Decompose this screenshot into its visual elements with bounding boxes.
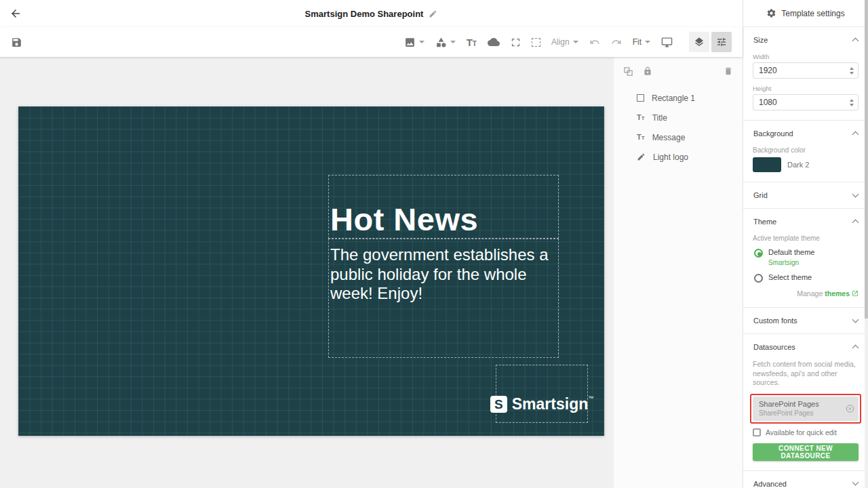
save-button[interactable] <box>11 37 22 48</box>
layers-toolbar <box>623 62 733 80</box>
chevron-down-icon <box>852 479 859 486</box>
editor-region: Smartsign Demo Sharepoint <box>0 0 743 488</box>
message-line: public holiday for the whole <box>330 265 558 285</box>
settings-panel-title: Template settings <box>781 9 844 18</box>
fit-label: Fit <box>633 37 642 47</box>
section-label: Datasources <box>753 343 795 351</box>
stepper-up-icon <box>850 67 854 70</box>
datasource-chip-sharepoint[interactable]: SharePoint Pages SharePoint Pages <box>753 396 859 421</box>
section-custom-fonts-header[interactable]: Custom fonts <box>743 308 868 333</box>
quick-edit-checkbox-row[interactable]: Available for quick edit <box>753 428 859 436</box>
stepper-down-icon <box>850 72 854 75</box>
width-field <box>753 62 859 79</box>
active-theme-label: Active template theme <box>753 235 859 242</box>
image-icon <box>404 37 416 48</box>
height-label: Height <box>753 85 859 92</box>
section-label: Theme <box>753 218 776 226</box>
background-color-row: Dark 2 <box>753 157 859 172</box>
width-stepper[interactable] <box>850 67 854 75</box>
titlebar: Smartsign Demo Sharepoint <box>0 0 743 27</box>
layer-item-message[interactable]: TT Message <box>614 127 743 147</box>
section-grid-header[interactable]: Grid <box>743 182 868 208</box>
settings-panel-toggle[interactable] <box>711 32 732 52</box>
dashed-frame-button[interactable] <box>532 38 540 47</box>
chevron-up-icon <box>852 220 859 226</box>
zoom-fit-dropdown[interactable]: Fit <box>633 37 650 47</box>
layer-item-rectangle[interactable]: Rectangle 1 <box>614 88 743 108</box>
theme-option-label: Default theme <box>768 248 814 257</box>
document-title: Smartsign Demo Sharepoint <box>305 9 438 19</box>
pencil-layer-icon <box>637 152 646 161</box>
theme-option-select[interactable]: Select theme <box>753 273 859 283</box>
canvas-message-text: The government establishes a public holi… <box>330 245 558 304</box>
quick-edit-label: Available for quick edit <box>766 428 837 436</box>
message-text-box[interactable]: The government establishes a public holi… <box>328 239 559 358</box>
toolbar-center-group: TT Align <box>404 36 673 48</box>
radio-unselected-icon <box>754 274 763 283</box>
stepper-down-icon <box>850 104 854 106</box>
insert-media-button[interactable] <box>488 36 500 48</box>
connect-new-datasource-button[interactable]: CONNECT NEW DATASOURCE <box>753 443 859 461</box>
insert-image-button[interactable] <box>404 37 425 48</box>
settings-panel-header: Template settings <box>743 0 868 27</box>
toolbar: TT Align <box>0 27 743 57</box>
gear-icon <box>766 8 776 18</box>
chevron-up-icon <box>852 131 859 138</box>
section-label: Custom fonts <box>753 317 797 325</box>
settings-scrollbar[interactable] <box>865 0 868 488</box>
layers-icon <box>694 37 705 47</box>
redo-button[interactable] <box>611 37 622 47</box>
lock-object-button[interactable] <box>643 66 652 76</box>
template-settings-panel: Template settings Size Width Height Back… <box>743 0 868 488</box>
chevron-down-icon <box>450 41 456 43</box>
chevron-down-icon <box>573 41 578 43</box>
theme-option-default[interactable]: Default theme Smartsign <box>753 248 859 266</box>
insert-text-button[interactable]: TT <box>467 37 477 47</box>
align-dropdown[interactable]: Align <box>551 37 578 47</box>
edit-title-icon[interactable] <box>429 9 437 18</box>
section-background-header[interactable]: Background <box>743 121 868 146</box>
monitor-icon <box>661 37 673 48</box>
layer-item-title[interactable]: TT Title <box>614 108 743 127</box>
shapes-icon <box>435 37 447 48</box>
logo-box[interactable]: S Smartsign™ <box>496 365 588 423</box>
section-theme-header[interactable]: Theme <box>743 209 868 235</box>
height-stepper[interactable] <box>850 99 854 106</box>
width-input[interactable] <box>759 66 850 75</box>
section-size-header[interactable]: Size <box>743 27 868 53</box>
scrollbar-thumb[interactable] <box>865 0 868 319</box>
layer-label: Rectangle 1 <box>652 94 695 103</box>
preview-button[interactable] <box>661 37 673 48</box>
color-swatch[interactable] <box>753 157 781 172</box>
remove-datasource-icon[interactable] <box>846 404 854 413</box>
color-name: Dark 2 <box>787 161 809 169</box>
undo-button[interactable] <box>589 37 600 47</box>
text-layer-icon: TT <box>637 134 645 141</box>
section-advanced-header[interactable]: Advanced <box>743 471 868 488</box>
layers-panel-toggle[interactable] <box>689 32 709 52</box>
section-datasources-header[interactable]: Datasources <box>743 334 868 360</box>
panel-toggles <box>689 32 732 52</box>
save-icon <box>11 37 22 48</box>
group-objects-button[interactable] <box>623 66 633 77</box>
tune-sliders-icon <box>716 37 727 47</box>
text-layer-icon: TT <box>637 114 645 121</box>
manage-prefix: Manage <box>797 289 823 298</box>
workspace: Hot News The government establishes a pu… <box>0 57 743 488</box>
chevron-down-icon <box>419 41 425 43</box>
back-button[interactable] <box>9 7 22 20</box>
design-canvas[interactable]: Hot News The government establishes a pu… <box>18 106 604 436</box>
title-text-box[interactable]: Hot News <box>328 175 559 239</box>
frame-button[interactable] <box>511 37 521 47</box>
theme-option-label: Select theme <box>768 273 812 283</box>
lock-icon <box>643 66 652 76</box>
manage-themes-link[interactable]: themes <box>825 289 859 298</box>
layer-item-light-logo[interactable]: Light logo <box>614 147 743 167</box>
text-icon: TT <box>467 37 477 47</box>
arrow-back-icon <box>9 7 22 20</box>
datasources-description: Fetch content from social media, newsfee… <box>753 360 859 388</box>
message-line: The government establishes a <box>330 245 558 265</box>
delete-object-button[interactable] <box>724 66 733 76</box>
height-input[interactable] <box>759 98 850 107</box>
insert-shape-button[interactable] <box>435 37 456 48</box>
